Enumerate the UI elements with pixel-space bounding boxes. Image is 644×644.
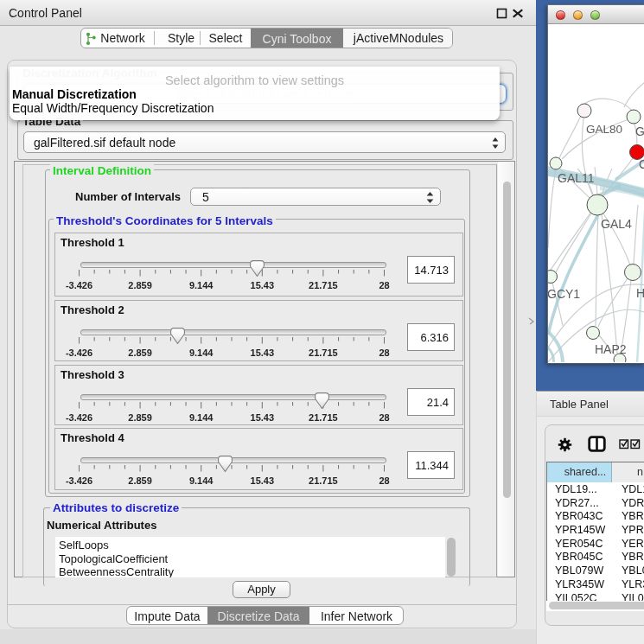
svg-text:H: H [636, 286, 644, 300]
svg-text:C: C [639, 157, 644, 171]
svg-text:GA: GA [635, 124, 644, 138]
svg-text:GCY1: GCY1 [548, 287, 580, 301]
svg-text:GAL11: GAL11 [558, 171, 595, 185]
svg-text:HAP2: HAP2 [595, 342, 627, 356]
svg-text:GAL4: GAL4 [601, 217, 632, 231]
svg-text:GAL80: GAL80 [586, 123, 622, 136]
